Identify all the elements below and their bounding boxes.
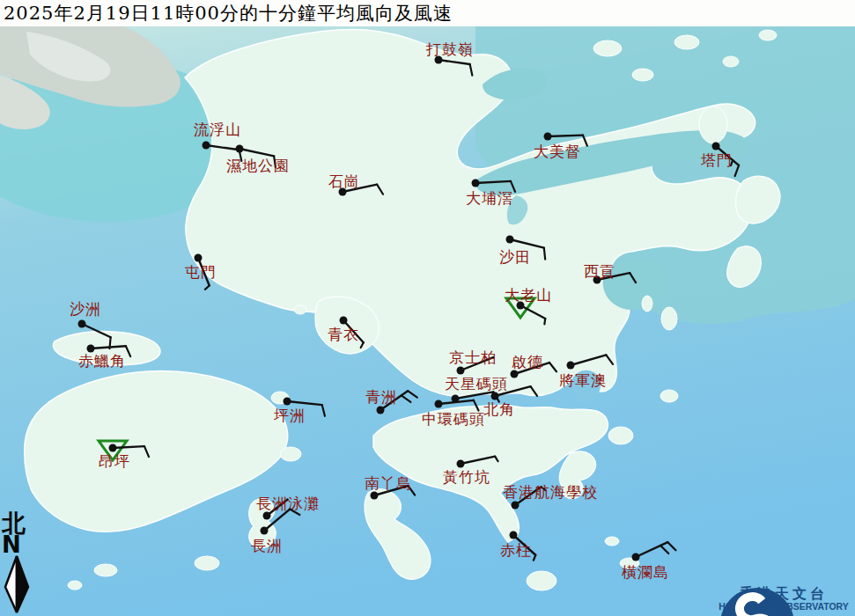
station-label: 黃竹坑 <box>443 468 490 486</box>
station-label: 京士柏 <box>449 348 497 366</box>
station-dot <box>472 180 480 187</box>
double-haven-islet-3 <box>723 56 739 67</box>
station-label: 大美督 <box>534 143 581 160</box>
station-label: 赤鱲角 <box>78 352 126 370</box>
station-label: 赤柱 <box>500 541 532 559</box>
station-label: 石崗 <box>328 172 360 190</box>
station-label: 屯門 <box>185 263 217 281</box>
station-dot <box>109 444 117 452</box>
wind-map-screenshot: 流浮山濕地公園打鼓嶺石崗大埔滘大美督塔門沙田西貢屯門沙洲赤鱲角青衣京士柏啟德將軍… <box>0 0 855 616</box>
station-dot <box>284 398 291 406</box>
station-label: 沙洲 <box>70 300 101 318</box>
station-label: 大埔滘 <box>466 189 513 207</box>
station-dot <box>544 133 552 141</box>
tung-ping-chau-island <box>759 30 777 40</box>
station-label: 青衣 <box>328 326 359 343</box>
station-label: 香港航海學校 <box>503 483 598 501</box>
po-toi-island <box>527 571 556 590</box>
station-label: 啟德 <box>512 353 543 370</box>
station-dot <box>457 460 465 468</box>
wind-barb-tick <box>544 319 545 324</box>
hei-ling-chau-island <box>280 447 301 461</box>
clear-water-bay-islet <box>660 390 678 402</box>
station-dot <box>203 142 210 150</box>
station-dot <box>371 492 379 500</box>
station-label: 南丫島 <box>365 474 412 492</box>
soko-islet <box>68 581 82 590</box>
station-label: 流浮山 <box>194 121 241 138</box>
station-label: 天星碼頭 <box>445 375 508 392</box>
soko-island <box>94 564 117 576</box>
station-dot <box>236 145 244 153</box>
station-dot <box>78 320 86 328</box>
beaufort-island <box>605 537 619 546</box>
station-label: 北角 <box>483 400 515 418</box>
station-label: 西貢 <box>584 262 615 280</box>
station-dot <box>261 527 269 535</box>
station-dot <box>435 400 443 408</box>
north-arrow-icon <box>2 554 37 614</box>
station-dot <box>567 362 575 370</box>
station-label: 坪洲 <box>274 407 306 424</box>
hko-emblem-icon <box>718 586 797 616</box>
station-label: 長洲 <box>251 537 283 554</box>
station-dot <box>506 236 514 244</box>
station-dot <box>263 512 271 520</box>
station-label: 沙田 <box>499 248 531 266</box>
shek-kwu-chau-island <box>195 556 219 570</box>
north-label-en: N <box>2 535 42 554</box>
station-label: 大老山 <box>505 286 552 304</box>
kau-sai-chau-island <box>661 307 677 330</box>
station-dot <box>195 254 203 262</box>
map-title: 2025年2月19日11時00分的十分鐘平均風向及風速 <box>0 0 855 26</box>
hko-logo: 香港天文台 HONG KONG OBSERVATORY <box>718 586 850 612</box>
station-dot <box>511 370 519 378</box>
station-dot <box>377 407 385 414</box>
station-label: 昂坪 <box>99 452 130 470</box>
station-dot <box>340 317 348 325</box>
station-label: 塔門 <box>700 151 733 169</box>
station-dot <box>457 367 465 375</box>
crooked-island <box>593 40 622 56</box>
station-label: 橫瀾島 <box>622 563 669 581</box>
tap-mun-island <box>699 106 727 143</box>
station-label: 打鼓嶺 <box>425 40 474 58</box>
wind-barb-tick <box>544 248 545 260</box>
station-label: 濕地公園 <box>226 157 290 174</box>
station-label: 青洲 <box>365 388 397 406</box>
double-haven-islet-2 <box>674 35 699 49</box>
station-dot <box>632 554 640 561</box>
wind-barb-staff <box>548 136 583 136</box>
sharp-island <box>642 296 652 312</box>
north-indicator: 北 N <box>2 512 42 614</box>
station-dot <box>510 532 518 539</box>
station-dot <box>712 143 720 150</box>
station-label: 將軍澳 <box>559 371 607 389</box>
hong-kong-map: 流浮山濕地公園打鼓嶺石崗大埔滘大美督塔門沙田西貢屯門沙洲赤鱲角青衣京士柏啟德將軍… <box>0 0 855 616</box>
ma-wan-island <box>294 305 306 314</box>
station-label: 中環碼頭 <box>422 410 485 428</box>
station-dot <box>491 392 499 400</box>
double-haven-islet-1 <box>632 69 653 81</box>
tung-lung-island <box>608 427 633 444</box>
station-dot <box>512 502 520 510</box>
